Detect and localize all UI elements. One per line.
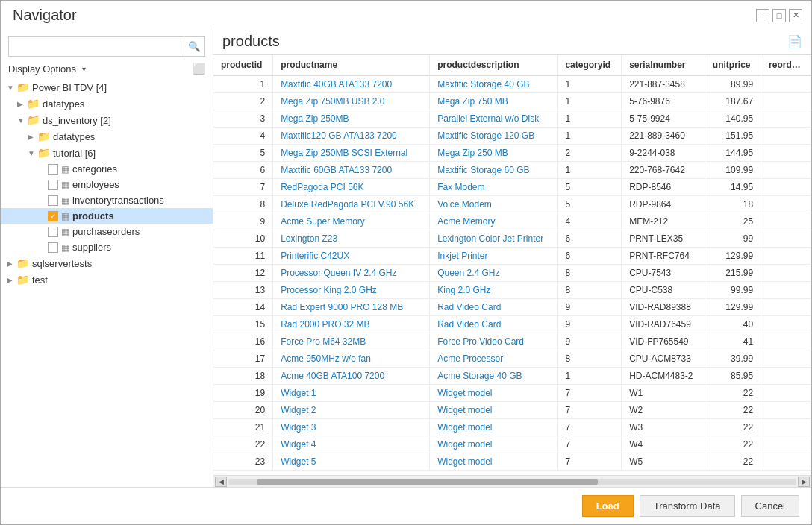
table-cell: 140.95 bbox=[705, 110, 761, 128]
table-cell: 19 bbox=[213, 385, 273, 402]
expand-arrow-icon: ▼ bbox=[7, 84, 14, 92]
table-row: 10Lexington Z23Lexington Color Jet Print… bbox=[213, 230, 811, 248]
table-cell: Maxtific Storage 40 GB bbox=[430, 75, 558, 93]
table-cell: Widget model bbox=[430, 402, 558, 419]
table-cell: W4 bbox=[622, 436, 705, 453]
table-cell: 21 bbox=[213, 419, 273, 436]
search-button[interactable]: 🔍 bbox=[184, 37, 204, 56]
tree-item-power-bi[interactable]: ▼ 📁 Power BI TDV [4] bbox=[1, 79, 213, 95]
table-cell bbox=[761, 350, 811, 368]
close-button[interactable]: ✕ bbox=[789, 9, 802, 22]
transform-data-button[interactable]: Transform Data bbox=[640, 495, 735, 517]
table-cell: Acme 950MHz w/o fan bbox=[273, 350, 430, 368]
navigator-dialog: Navigator ─ □ ✕ 🔍 Display Options ▾ ⬜ ▼ bbox=[0, 0, 812, 525]
table-row: 3Mega Zip 250MBParallel External w/o Dis… bbox=[213, 110, 811, 128]
dialog-title: Navigator bbox=[13, 7, 77, 24]
tree-item-purchaseorders[interactable]: ▶ ▦ purchaseorders bbox=[1, 224, 213, 239]
table-row: 2Mega Zip 750MB USB 2.0Mega Zip 750 MB15… bbox=[213, 93, 811, 110]
table-cell: Fax Modem bbox=[430, 179, 558, 196]
table-row: 22Widget 4Widget model7W422 bbox=[213, 436, 811, 453]
checkbox-checked-icon[interactable]: ✓ bbox=[48, 211, 58, 221]
maximize-button[interactable]: □ bbox=[772, 9, 786, 22]
table-cell: 4 bbox=[213, 128, 273, 145]
table-cell: Widget 2 bbox=[273, 402, 430, 419]
table-cell: CPU-7543 bbox=[622, 265, 705, 282]
table-cell: 99 bbox=[705, 230, 761, 248]
table-cell: MEM-212 bbox=[622, 213, 705, 230]
tree-item-tutorial[interactable]: ▼ 📁 tutorial [6] bbox=[1, 145, 213, 161]
folder-icon: 📁 bbox=[27, 114, 40, 126]
tree-item-datatypes-2[interactable]: ▶ 📁 datatypes bbox=[1, 128, 213, 145]
scroll-track[interactable] bbox=[228, 479, 796, 485]
tree-item-categories[interactable]: ▶ ▦ categories bbox=[1, 161, 213, 177]
search-input[interactable] bbox=[9, 38, 184, 55]
tree-label: ds_inventory [2] bbox=[43, 115, 111, 126]
tree-item-products[interactable]: ▶ ✓ ▦ products bbox=[1, 208, 213, 224]
table-cell: 1 bbox=[558, 162, 622, 179]
folder-icon: 📁 bbox=[16, 274, 29, 286]
tree-item-test[interactable]: ▶ 📁 test bbox=[1, 271, 213, 288]
display-options-bar: Display Options ▾ ⬜ bbox=[1, 61, 213, 79]
table-cell: Voice Modem bbox=[430, 196, 558, 213]
cancel-button[interactable]: Cancel bbox=[741, 495, 799, 517]
display-options-label[interactable]: Display Options bbox=[8, 63, 76, 75]
tree-item-inventorytransactions[interactable]: ▶ ▦ inventorytransactions bbox=[1, 192, 213, 208]
tree-item-datatypes-1[interactable]: ▶ 📁 datatypes bbox=[1, 95, 213, 112]
table-cell: 10 bbox=[213, 230, 273, 248]
table-cell bbox=[761, 265, 811, 282]
table-cell: 8 bbox=[558, 350, 622, 368]
table-cell: 7 bbox=[558, 419, 622, 436]
load-button[interactable]: Load bbox=[582, 495, 634, 517]
table-cell bbox=[761, 230, 811, 248]
checkbox-icon[interactable] bbox=[48, 164, 58, 175]
table-cell: Acme Memory bbox=[430, 213, 558, 230]
col-productname: productname bbox=[273, 55, 430, 75]
table-cell: Force Pro M64 32MB bbox=[273, 333, 430, 350]
table-cell bbox=[761, 213, 811, 230]
export-icon-button[interactable]: 📄 bbox=[787, 34, 802, 48]
tree-item-sqlservertests[interactable]: ▶ 📁 sqlservertests bbox=[1, 255, 213, 271]
table-row: 21Widget 3Widget model7W322 bbox=[213, 419, 811, 436]
table-cell: 7 bbox=[558, 402, 622, 419]
right-header: products 📄 bbox=[213, 33, 811, 54]
table-cell: 14 bbox=[213, 299, 273, 316]
table-cell: Mega Zip 750 MB bbox=[430, 93, 558, 110]
folder-icon: 📁 bbox=[37, 131, 50, 142]
tree-label: sqlservertests bbox=[32, 258, 92, 269]
table-cell: Lexington Color Jet Printer bbox=[430, 230, 558, 248]
table-row: 12Processor Queen IV 2.4 GHzQueen 2.4 GH… bbox=[213, 265, 811, 282]
checkbox-icon[interactable] bbox=[48, 227, 58, 237]
table-icon: ▦ bbox=[61, 211, 69, 221]
minimize-button[interactable]: ─ bbox=[756, 9, 769, 22]
scroll-left-button[interactable]: ◀ bbox=[215, 477, 227, 487]
table-cell bbox=[761, 196, 811, 213]
table-cell: 8 bbox=[558, 265, 622, 282]
tree-item-employees[interactable]: ▶ ▦ employees bbox=[1, 177, 213, 192]
table-cell: Maxtific Storage 60 GB bbox=[430, 162, 558, 179]
table-cell: 89.99 bbox=[705, 75, 761, 93]
horizontal-scrollbar[interactable]: ◀ ▶ bbox=[213, 475, 811, 487]
expand-arrow-icon: ▼ bbox=[28, 149, 35, 157]
table-cell bbox=[761, 436, 811, 453]
display-options-icon-button[interactable]: ⬜ bbox=[193, 63, 205, 75]
table-cell: Widget 1 bbox=[273, 385, 430, 402]
table-cell bbox=[761, 419, 811, 436]
table-row: 17Acme 950MHz w/o fanAcme Processor8CPU-… bbox=[213, 350, 811, 368]
table-cell: 6 bbox=[213, 162, 273, 179]
table-cell: 22 bbox=[705, 385, 761, 402]
table-icon: ▦ bbox=[61, 195, 69, 206]
table-container[interactable]: productid productname productdescription… bbox=[213, 54, 811, 475]
table-icon: ▦ bbox=[61, 242, 69, 253]
checkbox-icon[interactable] bbox=[48, 242, 58, 253]
scroll-thumb[interactable] bbox=[257, 479, 598, 485]
checkbox-icon[interactable] bbox=[48, 180, 58, 190]
tree-item-suppliers[interactable]: ▶ ▦ suppliers bbox=[1, 239, 213, 255]
scroll-right-button[interactable]: ▶ bbox=[798, 477, 810, 487]
col-unitprice: unitprice bbox=[705, 55, 761, 75]
expand-arrow-icon: ▶ bbox=[7, 260, 14, 268]
col-productid: productid bbox=[213, 55, 273, 75]
tree-item-ds-inventory[interactable]: ▼ 📁 ds_inventory [2] bbox=[1, 112, 213, 128]
checkbox-icon[interactable] bbox=[48, 195, 58, 206]
table-cell: 221-889-3460 bbox=[622, 128, 705, 145]
table-cell: Lexington Z23 bbox=[273, 230, 430, 248]
